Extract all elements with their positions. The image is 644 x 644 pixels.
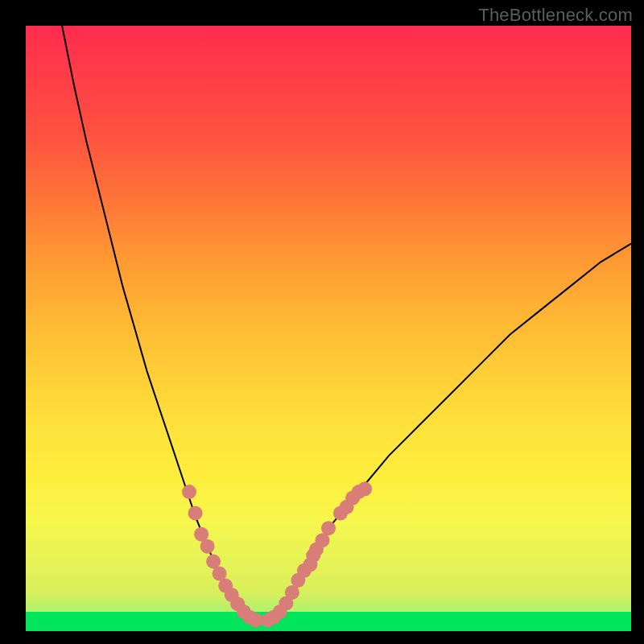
watermark-text: TheBottleneck.com: [478, 5, 633, 26]
marker-dot: [182, 485, 196, 499]
bottleneck-curve: [62, 26, 631, 621]
marker-dot: [357, 481, 372, 496]
marker-dot: [200, 539, 215, 554]
chart-svg: [26, 26, 631, 631]
plot-area: [26, 26, 631, 631]
chart-frame: TheBottleneck.com: [0, 0, 644, 644]
marker-dot: [188, 506, 203, 520]
marker-dot: [321, 521, 336, 535]
